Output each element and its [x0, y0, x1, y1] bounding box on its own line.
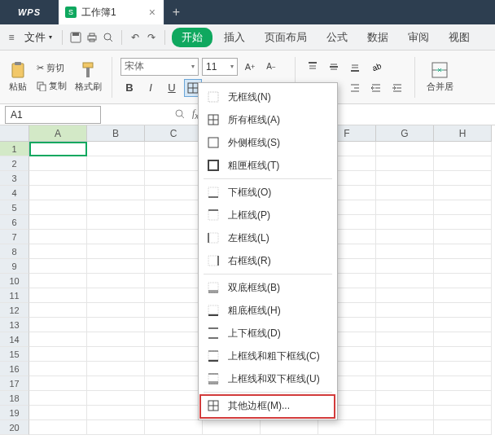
row-header[interactable]: 15	[0, 347, 29, 362]
cell[interactable]	[87, 156, 145, 171]
print-preview-icon[interactable]	[102, 31, 115, 44]
border-right[interactable]: 右框线(R)	[199, 249, 337, 272]
cell[interactable]	[87, 215, 145, 230]
zoom-icon[interactable]	[174, 108, 186, 120]
cell[interactable]	[29, 391, 87, 406]
row-header[interactable]: 10	[0, 274, 29, 288]
cell[interactable]	[29, 362, 87, 376]
row-header[interactable]: 9	[0, 259, 29, 274]
orientation-icon[interactable]: ab	[367, 58, 385, 76]
font-name-combo[interactable]: 宋体▾	[120, 58, 199, 76]
cell[interactable]	[318, 420, 376, 435]
cell[interactable]	[434, 171, 492, 186]
cell[interactable]	[87, 259, 145, 274]
cell[interactable]	[376, 318, 434, 332]
cell[interactable]	[29, 244, 87, 259]
border-none[interactable]: 无框线(N)	[199, 86, 337, 108]
row-header[interactable]: 2	[0, 156, 29, 171]
column-header[interactable]: H	[434, 125, 492, 142]
row-header[interactable]: 6	[0, 215, 29, 230]
decrease-font-icon[interactable]: A−	[262, 58, 280, 76]
cell[interactable]	[87, 391, 145, 406]
column-header[interactable]: C	[145, 125, 203, 142]
cell[interactable]	[29, 420, 87, 435]
cell[interactable]	[434, 406, 492, 420]
border-top[interactable]: 上框线(P)	[199, 204, 337, 226]
cell[interactable]	[434, 288, 492, 303]
cell[interactable]	[145, 156, 203, 171]
cell[interactable]	[29, 200, 87, 215]
row-header[interactable]: 20	[0, 420, 29, 435]
cell[interactable]	[376, 362, 434, 376]
row-header[interactable]: 7	[0, 230, 29, 244]
row-header[interactable]: 3	[0, 171, 29, 186]
cell[interactable]	[29, 142, 87, 156]
cell[interactable]	[145, 347, 203, 362]
cell[interactable]	[87, 303, 145, 318]
row-header[interactable]: 11	[0, 288, 29, 303]
select-all-corner[interactable]	[0, 125, 29, 142]
cell[interactable]	[376, 244, 434, 259]
row-header[interactable]: 8	[0, 244, 29, 259]
tab-data[interactable]: 数据	[359, 30, 396, 45]
cell[interactable]	[434, 347, 492, 362]
cell[interactable]	[434, 376, 492, 391]
cell[interactable]	[434, 200, 492, 215]
border-thick-bottom[interactable]: 粗底框线(H)	[199, 299, 337, 322]
row-header[interactable]: 5	[0, 200, 29, 215]
cell[interactable]	[145, 230, 203, 244]
cell[interactable]	[87, 362, 145, 376]
tab-view[interactable]: 视图	[440, 30, 478, 45]
cell[interactable]	[87, 142, 145, 156]
cell[interactable]	[29, 186, 87, 200]
cell[interactable]	[376, 274, 434, 288]
cell[interactable]	[434, 244, 492, 259]
row-header[interactable]: 16	[0, 362, 29, 376]
cell[interactable]	[376, 142, 434, 156]
border-outside[interactable]: 外侧框线(S)	[199, 131, 337, 154]
row-header[interactable]: 13	[0, 318, 29, 332]
save-icon[interactable]	[69, 31, 82, 44]
row-header[interactable]: 4	[0, 186, 29, 200]
merge-cells-button[interactable]: 合并居	[423, 61, 456, 93]
cell[interactable]	[145, 362, 203, 376]
cell[interactable]	[145, 215, 203, 230]
cell[interactable]	[145, 406, 203, 420]
tab-insert[interactable]: 插入	[216, 30, 253, 45]
document-tab[interactable]: S 工作簿1 ×	[59, 0, 164, 24]
cell[interactable]	[145, 200, 203, 215]
cell[interactable]	[434, 391, 492, 406]
cell[interactable]	[145, 142, 203, 156]
cell[interactable]	[29, 288, 87, 303]
cell[interactable]	[434, 318, 492, 332]
add-tab-button[interactable]: +	[164, 0, 188, 24]
cell[interactable]	[376, 186, 434, 200]
cell[interactable]	[145, 259, 203, 274]
tab-layout[interactable]: 页面布局	[256, 30, 315, 45]
bold-button[interactable]: B	[120, 79, 138, 97]
cell[interactable]	[203, 420, 261, 435]
row-header[interactable]: 18	[0, 391, 29, 406]
border-double-bottom[interactable]: 双底框线(B)	[199, 276, 337, 299]
cell[interactable]	[29, 230, 87, 244]
cell[interactable]	[29, 171, 87, 186]
cell[interactable]	[434, 156, 492, 171]
border-top-double-bottom[interactable]: 上框线和双下框线(U)	[199, 367, 337, 390]
cell[interactable]	[434, 142, 492, 156]
cell[interactable]	[376, 156, 434, 171]
cell[interactable]	[87, 186, 145, 200]
cell[interactable]	[87, 288, 145, 303]
cell[interactable]	[87, 171, 145, 186]
cell[interactable]	[87, 332, 145, 347]
cell[interactable]	[376, 259, 434, 274]
cell[interactable]	[87, 200, 145, 215]
cell[interactable]	[87, 376, 145, 391]
copy-button[interactable]: 复制	[34, 78, 69, 94]
cell[interactable]	[261, 420, 318, 435]
cell[interactable]	[376, 215, 434, 230]
format-painter-button[interactable]: 格式刷	[72, 61, 103, 93]
align-right-icon[interactable]	[346, 79, 364, 97]
cell[interactable]	[434, 362, 492, 376]
cell[interactable]	[145, 171, 203, 186]
border-thick-box[interactable]: 粗匣框线(T)	[199, 154, 337, 177]
